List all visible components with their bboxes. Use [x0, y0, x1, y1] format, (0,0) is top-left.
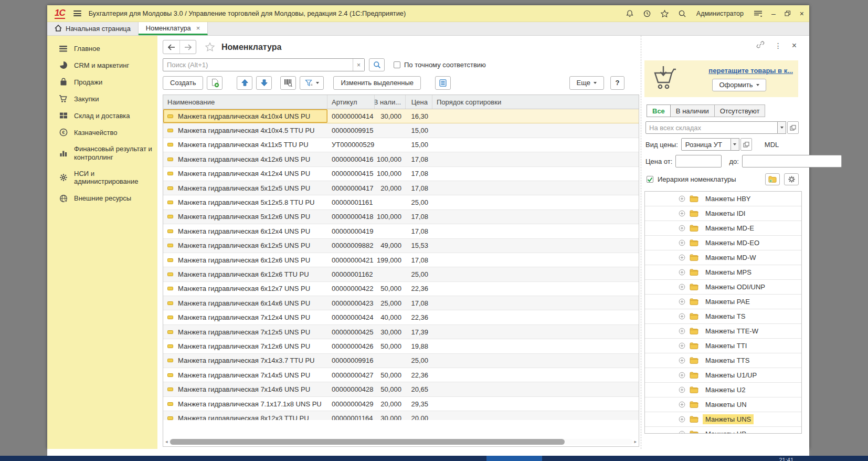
table-row[interactable]: Манжета гидравлическая 4x11x5 TTU PUУТ00…: [163, 138, 639, 152]
favorite-star-icon[interactable]: [205, 42, 215, 52]
help-button[interactable]: ?: [610, 76, 624, 90]
filter-tab-absent[interactable]: Отсутствуют: [714, 104, 766, 117]
filter-button[interactable]: [300, 76, 324, 90]
expand-icon[interactable]: [679, 386, 685, 393]
history-icon[interactable]: [643, 9, 651, 18]
tree-item[interactable]: Манжеты HBY: [645, 192, 801, 206]
table-row[interactable]: Манжета гидравлическая 7x12x6 UNS PU0000…: [163, 339, 639, 353]
expand-icon[interactable]: [679, 357, 685, 364]
tree-item[interactable]: Манжеты UN: [645, 397, 801, 412]
column-header-price[interactable]: Цена: [406, 95, 432, 109]
sidebar-item-gear[interactable]: НСИ и администрирование: [47, 165, 157, 190]
tree-item[interactable]: Манжеты MD-EO: [645, 236, 801, 250]
price-type-dropdown-icon[interactable]: [731, 138, 739, 151]
checkbox-icon[interactable]: [394, 61, 400, 68]
minimize-button[interactable]: –: [771, 10, 776, 17]
more-button[interactable]: Еще: [569, 76, 604, 90]
table-row[interactable]: Манжета гидравлическая 6x12x7 UNS PU0000…: [163, 282, 639, 296]
hierarchy-checkbox[interactable]: [647, 176, 653, 183]
horizontal-scrollbar[interactable]: ◂ ▸: [165, 438, 637, 445]
restore-button[interactable]: [785, 10, 791, 17]
sidebar-item-pie-chart[interactable]: CRM и маркетинг: [47, 57, 157, 74]
sidebar-item-cart[interactable]: Закупки: [47, 90, 157, 107]
list-settings-icon[interactable]: [435, 76, 451, 90]
tree-item[interactable]: Манжеты MD-W: [645, 250, 801, 265]
tree-item[interactable]: Манжеты U1/UP: [645, 368, 801, 383]
tree-item[interactable]: Манжеты TTS: [645, 353, 801, 368]
main-menu-icon[interactable]: [73, 11, 81, 16]
settings-gear-icon[interactable]: [784, 173, 799, 185]
expand-icon[interactable]: [679, 195, 685, 202]
expand-icon[interactable]: [679, 416, 685, 423]
cart-drop-area[interactable]: перетащите товары в к... Оформить: [644, 60, 798, 97]
tab-nomenclature[interactable]: Номенклатура ×: [139, 22, 208, 35]
price-from-input[interactable]: [675, 155, 722, 167]
scroll-left-icon[interactable]: ◂: [165, 439, 168, 444]
expand-icon[interactable]: [679, 284, 685, 290]
table-row[interactable]: Манжета гидравлическая 7x14x5 UNS PU0000…: [163, 368, 639, 382]
tree-item[interactable]: Манжеты TS: [645, 309, 801, 324]
column-header-name[interactable]: Наименование: [163, 95, 327, 109]
move-down-button[interactable]: [256, 76, 272, 90]
expand-icon[interactable]: [679, 239, 685, 246]
table-row[interactable]: Манжета гидравлическая 5x12x6 UNS PU0000…: [163, 210, 639, 224]
sidebar-item-warehouse[interactable]: Склад и доставка: [47, 107, 157, 124]
tree-item[interactable]: Манжеты ODI/UNP: [645, 280, 801, 295]
sidebar-item-bar-chart[interactable]: Финансовый результат и контроллинг: [47, 141, 157, 165]
favorites-star-icon[interactable]: [660, 9, 669, 18]
tab-close-icon[interactable]: ×: [196, 24, 200, 32]
price-to-input[interactable]: [742, 155, 842, 167]
forward-button[interactable]: [179, 40, 196, 54]
create-group-button[interactable]: [207, 76, 223, 90]
table-row[interactable]: Манжета гидравлическая 7x14x6 UNS PU0000…: [163, 382, 639, 396]
expand-icon[interactable]: [679, 225, 685, 232]
warehouse-input[interactable]: [645, 121, 778, 134]
tree-item[interactable]: Манжеты MD-E: [645, 221, 801, 236]
taskbar[interactable]: 21:41: [0, 456, 868, 461]
sidebar-item-euro[interactable]: €Казначейство: [47, 124, 157, 141]
table-row[interactable]: Манжета гидравлическая 6x12x4 UNS PU0000…: [163, 224, 639, 238]
expand-icon[interactable]: [679, 269, 685, 276]
column-header-stock[interactable]: В нали...: [375, 95, 406, 109]
tree-item[interactable]: Манжеты TTE-W: [645, 324, 801, 339]
expand-icon[interactable]: [679, 431, 685, 434]
table-row[interactable]: Манжета гидравлическая 7.1x17.1x8 UNS PU…: [163, 397, 639, 411]
table-row[interactable]: Манжета гидравлическая 4x10x4 UNS PU0000…: [163, 109, 639, 123]
table-row[interactable]: Манжета гидравлическая 6x12x6 UNS PU0000…: [163, 253, 639, 267]
column-header-article[interactable]: Артикул: [327, 95, 375, 109]
tree-item[interactable]: Манжеты MPS: [645, 265, 801, 280]
table-row[interactable]: Манжета гидравлическая 4x12x6 UNS PU0000…: [163, 152, 639, 166]
table-row[interactable]: Манжета гидравлическая 4x12x4 UNS PU0000…: [163, 167, 639, 181]
tree-item[interactable]: Манжеты UNS: [645, 412, 801, 427]
table-row[interactable]: Манжета гидравлическая 4x10x4.5 TTU PU00…: [163, 123, 639, 138]
table-row[interactable]: Манжета гидравлическая 6x12x6 TTU PU0000…: [163, 267, 639, 281]
table-row[interactable]: Манжета гидравлическая 7x12x5 UNS PU0000…: [163, 325, 639, 339]
search-button[interactable]: [369, 58, 385, 71]
table-row[interactable]: Манжета гидравлическая 7x14x3.7 TTU PU00…: [163, 354, 639, 368]
column-header-sort-order[interactable]: Порядок сортировки: [432, 95, 639, 109]
table-row[interactable]: Манжета гидравлическая 5x12x5 UNS PU0000…: [163, 181, 639, 195]
service-menu-icon[interactable]: [754, 10, 763, 17]
tab-home[interactable]: Начальная страница: [47, 22, 139, 35]
search-input[interactable]: [163, 59, 353, 71]
more-options-icon[interactable]: ⋮: [775, 42, 782, 49]
scrollbar-track[interactable]: [169, 439, 633, 445]
tree-item[interactable]: Манжеты PAE: [645, 295, 801, 309]
price-type-choose-icon[interactable]: [740, 138, 752, 151]
close-window-button[interactable]: ×: [800, 10, 804, 17]
filter-tab-in-stock[interactable]: В наличии: [670, 104, 715, 117]
scroll-right-icon[interactable]: ▸: [634, 439, 637, 444]
expand-icon[interactable]: [679, 298, 685, 305]
current-user[interactable]: Администратор: [696, 10, 744, 17]
move-up-button[interactable]: [237, 76, 252, 90]
tree-item[interactable]: Манжеты TTI: [645, 339, 801, 353]
notifications-bell-icon[interactable]: [626, 9, 634, 18]
expand-icon[interactable]: [679, 210, 685, 217]
sidebar-item-globe[interactable]: Внешние ресурсы: [47, 190, 157, 207]
scrollbar-thumb[interactable]: [170, 439, 565, 445]
exact-match-checkbox[interactable]: По точному соответствию: [394, 61, 486, 69]
price-type-value[interactable]: Розница УТ: [681, 138, 731, 151]
drag-products-link[interactable]: перетащите товары в к...: [708, 67, 793, 75]
back-button[interactable]: [163, 40, 179, 54]
warehouse-dropdown-icon[interactable]: [778, 121, 786, 134]
